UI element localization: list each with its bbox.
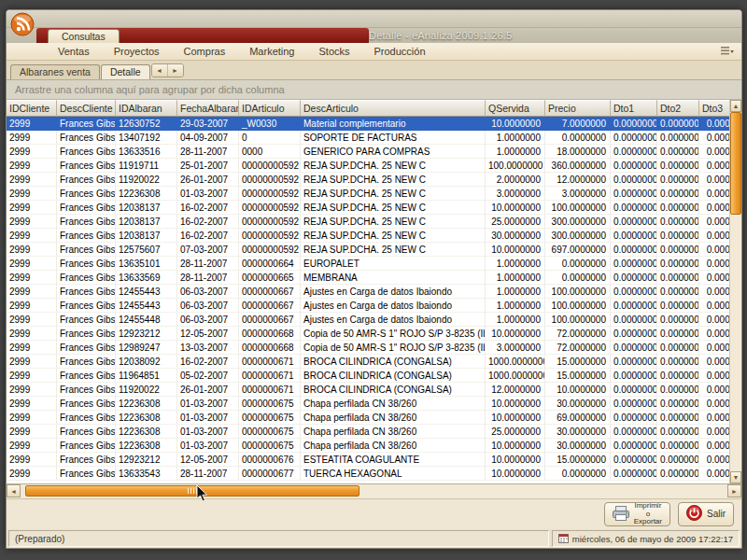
table-row[interactable]: 2999Frances Gibson1245544306-03-20070000… [7,285,741,299]
table-row[interactable]: 2999Frances Gibson1192002226-01-20070000… [7,173,741,187]
cell[interactable]: 0.0000000 [657,383,699,397]
cell[interactable]: REJA SUP.DCHA. 25 NEW C [301,201,486,215]
cell[interactable]: 01-03-2007 [177,397,239,411]
cell[interactable]: 16-02-2007 [177,215,239,229]
cell[interactable]: 0000000675 [239,411,301,425]
cell[interactable]: 30.0000000 [545,397,611,411]
cell[interactable]: Chapa perfilada CN 38/260 [301,397,486,411]
vertical-scrollbar[interactable]: ▲ ▼ [729,100,741,483]
cell[interactable]: 00000000592 [239,229,301,243]
cell[interactable]: 0.0000000 [657,327,699,341]
cell[interactable]: 0000000675 [239,439,301,453]
cell[interactable]: 16-02-2007 [177,229,239,243]
cell[interactable]: 12630752 [116,117,177,131]
cell[interactable]: 04-09-2007 [177,131,239,145]
cell[interactable]: 30.0000000 [486,229,545,243]
cell[interactable]: 2999 [7,313,57,327]
cell[interactable]: 2999 [7,299,57,313]
cell[interactable]: 11920022 [116,173,177,187]
cell[interactable]: 2999 [7,453,57,467]
cell[interactable]: 2999 [7,271,57,285]
cell[interactable]: 0.0000000 [657,341,699,355]
cell[interactable]: 10.0000000 [486,201,545,215]
cell[interactable]: 0.0000000 [611,425,657,439]
cell[interactable]: Frances Gibson [57,355,116,369]
table-row[interactable]: 2999Frances Gibson1363354328-11-20070000… [7,467,741,481]
titlebar[interactable] [7,10,741,28]
cell[interactable]: 10.0000000 [486,439,545,453]
cell[interactable]: Frances Gibson [57,369,116,383]
table-row[interactable]: 2999Frances Gibson1196485105-02-20070000… [7,369,741,383]
cell[interactable]: REJA SUP.DCHA. 25 NEW C [301,229,486,243]
ribbon-app-tab-consultas[interactable]: Consultas [48,29,120,43]
cell[interactable]: 13635101 [116,257,177,271]
column-header-fechaalbaran[interactable]: FechaAlbaran [177,100,239,117]
cell[interactable]: 10.0000000 [486,453,545,467]
table-row[interactable]: 2999Frances Gibson1257560707-03-20070000… [7,243,741,257]
cell[interactable]: 01-03-2007 [177,439,239,453]
cell[interactable]: 0.0000000 [611,187,657,201]
cell[interactable]: 13633569 [116,271,177,285]
table-row[interactable]: 2999Frances Gibson1203813716-02-20070000… [7,201,741,215]
cell[interactable]: 1.0000000 [486,131,545,145]
cell[interactable]: 10.0000000 [486,327,545,341]
cell[interactable]: 11920022 [116,383,177,397]
cell[interactable]: 100.0000000 [545,201,611,215]
cell[interactable]: 13633543 [116,467,177,481]
cell[interactable]: 06-03-2007 [177,285,239,299]
cell[interactable]: 2999 [7,229,57,243]
table-row[interactable]: 2999Frances Gibson1191971125-01-20070000… [7,159,741,173]
cell[interactable]: 0000000665 [239,271,301,285]
cell[interactable]: 12236308 [116,397,177,411]
cell[interactable]: 0000000667 [239,285,301,299]
table-row[interactable]: 2999Frances Gibson1292321212-05-20070000… [7,327,741,341]
cell[interactable]: 0.0000000 [657,187,699,201]
cell[interactable]: Material complementario [301,117,486,131]
cell[interactable]: 360.0000000 [545,159,611,173]
exit-button[interactable]: Salir [678,502,734,526]
ribbon-tab-ventas[interactable]: Ventas [46,45,102,59]
cell[interactable]: 0000000671 [239,355,301,369]
cell[interactable]: 0.0000000 [657,369,699,383]
table-row[interactable]: 2999Frances Gibson1192002226-01-20070000… [7,383,741,397]
cell[interactable]: 697.0000000 [545,243,611,257]
cell[interactable]: TUERCA HEXAGONAL [301,467,486,481]
cell[interactable]: 0 [239,131,301,145]
cell[interactable]: Frances Gibson [57,411,116,425]
table-row[interactable]: 2999Frances Gibson1223630801-03-20070000… [7,439,741,453]
cell[interactable]: 12923212 [116,453,177,467]
cell[interactable]: 0.0000000 [611,383,657,397]
cell[interactable]: 0.0000000 [611,173,657,187]
cell[interactable]: BROCA CILINDRICA (CONGALSA) [301,369,486,383]
cell[interactable]: Chapa perfilada CN 38/260 [301,439,486,453]
cell[interactable]: 01-03-2007 [177,425,239,439]
cell[interactable]: 25.0000000 [486,215,545,229]
cell[interactable]: 0.0000000 [611,159,657,173]
cell[interactable]: 0.0000000 [611,229,657,243]
cell[interactable]: 1.0000000 [486,145,545,159]
column-header-descarticulo[interactable]: DescArticulo [301,100,486,117]
cell[interactable]: 12236308 [116,187,177,201]
cell[interactable]: 0.0000000 [657,425,699,439]
cell[interactable]: 29-03-2007 [177,117,239,131]
cell[interactable]: 0.0000000 [611,257,657,271]
table-row[interactable]: 2999Frances Gibson1203809216-02-20070000… [7,355,741,369]
cell[interactable]: 12-05-2007 [177,327,239,341]
cell[interactable]: 2999 [7,243,57,257]
cell[interactable]: REJA SUP.DCHA. 25 NEW C [301,159,486,173]
cell[interactable]: 25-01-2007 [177,159,239,173]
cell[interactable]: 0.0000000 [657,131,699,145]
ribbon-tab-marketing[interactable]: Marketing [237,45,306,59]
cell[interactable]: BROCA CILINDRICA (CONGALSA) [301,355,486,369]
cell[interactable]: Frances Gibson [57,299,116,313]
cell[interactable]: Frances Gibson [57,117,116,131]
table-row[interactable]: 2999Frances Gibson1223630801-03-20070000… [7,187,741,201]
cell[interactable]: 3.0000000 [486,341,545,355]
cell[interactable]: Ajustes en Carga de datos Ibaiondo [301,299,486,313]
cell[interactable]: 13633516 [116,145,177,159]
cell[interactable]: 0.0000000 [611,313,657,327]
cell[interactable]: 0000000668 [239,341,301,355]
tab-scroll-right-icon[interactable]: ► [167,64,183,77]
table-row[interactable]: 2999Frances Gibson1223630801-03-20070000… [7,411,741,425]
cell[interactable]: 2999 [7,131,57,145]
